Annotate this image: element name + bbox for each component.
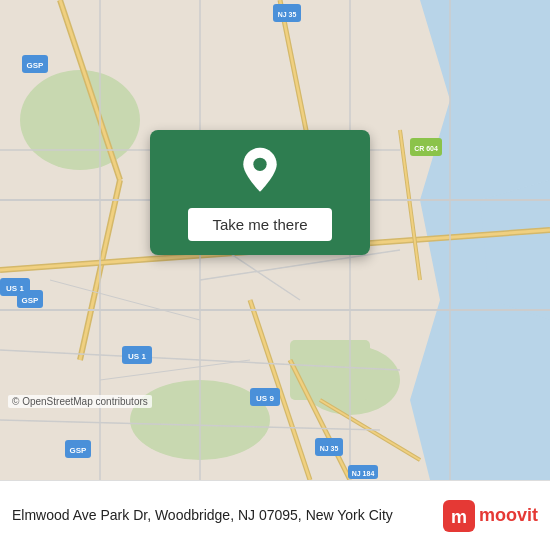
svg-text:GSP: GSP	[22, 296, 40, 305]
bottom-bar: Elmwood Ave Park Dr, Woodbridge, NJ 0709…	[0, 480, 550, 550]
svg-point-3	[20, 70, 140, 170]
svg-text:NJ 35: NJ 35	[278, 11, 297, 18]
svg-text:US 1: US 1	[128, 352, 146, 361]
svg-text:CR 604: CR 604	[414, 145, 438, 152]
address-text: Elmwood Ave Park Dr, Woodbridge, NJ 0709…	[12, 506, 443, 524]
take-me-there-button[interactable]: Take me there	[188, 208, 331, 241]
moovit-m-icon: m	[443, 500, 475, 532]
location-pin-icon	[235, 146, 285, 196]
svg-text:NJ 184: NJ 184	[352, 470, 375, 477]
map-container: GSP GSP GSP US 1 US 1 US 9 NJ 35 NJ 35 C…	[0, 0, 550, 480]
svg-point-57	[253, 158, 266, 171]
overlay-card: Take me there	[150, 130, 370, 255]
svg-text:m: m	[451, 507, 467, 527]
svg-text:GSP: GSP	[27, 61, 45, 70]
svg-text:GSP: GSP	[70, 446, 88, 455]
svg-text:US 9: US 9	[256, 394, 274, 403]
svg-text:US 1: US 1	[6, 284, 24, 293]
moovit-logo: m moovit	[443, 500, 538, 532]
svg-text:NJ 35: NJ 35	[320, 445, 339, 452]
osm-attribution: © OpenStreetMap contributors	[8, 395, 152, 408]
svg-rect-6	[290, 340, 370, 400]
moovit-wordmark: moovit	[479, 505, 538, 526]
